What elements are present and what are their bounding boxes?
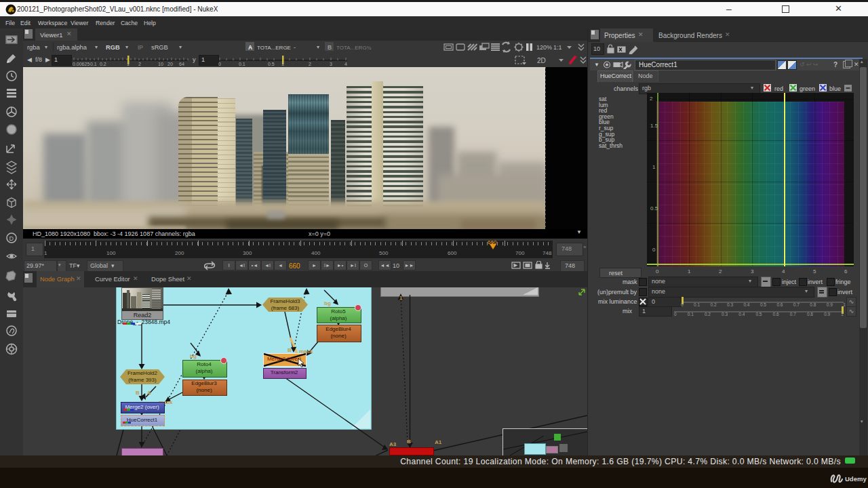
svg-text:0.1: 0.1 (90, 62, 97, 66)
svg-text:B: B (288, 347, 292, 353)
svg-text:1:1: 1:1 (553, 44, 562, 51)
svg-text:1: 1 (127, 62, 130, 66)
svg-text:2: 2 (138, 62, 141, 66)
svg-text:10: 10 (158, 62, 163, 66)
svg-text:20: 20 (167, 62, 173, 66)
svg-text:0.2: 0.2 (100, 62, 106, 66)
svg-text:1: 1 (399, 295, 403, 301)
svg-text:A3: A3 (389, 441, 397, 447)
svg-text:1: 1 (281, 62, 284, 66)
svg-text:4: 4 (344, 62, 347, 66)
svg-text:2D: 2D (537, 57, 546, 64)
svg-text:2: 2 (309, 62, 311, 66)
svg-text:A1: A1 (435, 439, 442, 445)
svg-text:0.00625: 0.00625 (73, 62, 90, 66)
svg-text:120%: 120% (536, 44, 552, 51)
svg-text:bg: bg (324, 300, 331, 306)
svg-text:3: 3 (330, 62, 332, 66)
svg-text:0.1: 0.1 (239, 62, 245, 66)
svg-text:64: 64 (179, 62, 184, 66)
svg-text:B: B (407, 439, 411, 445)
svg-text:D: D (9, 235, 14, 242)
svg-text:0.5: 0.5 (268, 62, 275, 66)
svg-text:bg: bg (190, 353, 197, 359)
svg-text:A: A (147, 390, 151, 396)
svg-text:0: 0 (218, 62, 221, 66)
svg-text:B: B (136, 390, 140, 396)
